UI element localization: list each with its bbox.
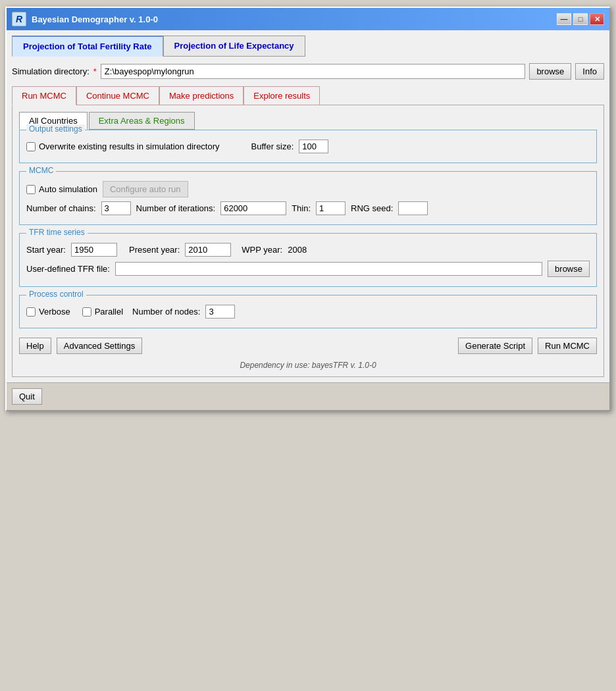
main-window: R Bayesian Demographer v. 1.0-0 — □ ✕ Pr… — [5, 7, 611, 411]
tab-extra-areas[interactable]: Extra Areas & Regions — [89, 112, 195, 130]
start-year-label: Start year: — [26, 245, 66, 255]
tfr-time-series-title: TFR time series — [26, 228, 88, 237]
tab-life-expectancy[interactable]: Projection of Life Expectancy — [163, 36, 305, 57]
process-control-title: Process control — [26, 290, 86, 299]
output-settings-row: Overwrite existing results in simulation… — [26, 140, 590, 153]
overwrite-checkbox[interactable] — [26, 142, 36, 151]
verbose-checkbox[interactable] — [26, 307, 36, 317]
auto-sim-row: Auto simulation Configure auto run — [26, 181, 590, 197]
help-button[interactable]: Help — [19, 338, 51, 354]
user-file-input[interactable] — [115, 262, 542, 276]
num-nodes-label: Number of nodes: — [132, 307, 200, 317]
present-year-input[interactable] — [185, 243, 231, 257]
parallel-checkbox-item: Parallel — [82, 307, 123, 317]
num-iter-label: Number of iterations: — [136, 203, 216, 213]
auto-sim-checkbox[interactable] — [26, 185, 36, 194]
process-control-section: Process control Verbose Parallel Number … — [19, 295, 597, 328]
tab-run-mcmc[interactable]: Run MCMC — [12, 86, 76, 105]
overwrite-label: Overwrite existing results in simulation… — [39, 141, 220, 151]
auto-sim-label: Auto simulation — [39, 184, 97, 194]
quit-button[interactable]: Quit — [12, 388, 42, 405]
rng-seed-input[interactable] — [398, 201, 428, 215]
footer-row: Help Advanced Settings Generate Script R… — [19, 338, 597, 354]
configure-auto-run-button[interactable]: Configure auto run — [103, 181, 188, 197]
wpp-year-value: 2008 — [288, 245, 307, 255]
output-settings-content: Overwrite existing results in simulation… — [26, 140, 590, 153]
run-mcmc-button[interactable]: Run MCMC — [538, 338, 597, 354]
tfr-browse-button[interactable]: browse — [548, 261, 590, 277]
num-chains-input[interactable] — [101, 201, 131, 215]
maximize-button[interactable]: □ — [573, 13, 588, 25]
tfr-time-series-section: TFR time series Start year: Present year… — [19, 233, 597, 287]
sim-dir-input[interactable] — [101, 64, 526, 79]
sub-tab-bar: All Countries Extra Areas & Regions — [19, 112, 597, 130]
output-settings-section: Output settings Overwrite existing resul… — [19, 130, 597, 163]
content-area: Projection of Total Fertility Rate Proje… — [7, 30, 609, 382]
tab-content: All Countries Extra Areas & Regions Outp… — [12, 105, 604, 377]
years-row: Start year: Present year: WPP year: 2008 — [26, 243, 590, 257]
start-year-input[interactable] — [71, 243, 117, 257]
required-star: * — [93, 66, 97, 76]
advanced-settings-button[interactable]: Advanced Settings — [57, 338, 142, 354]
tab-continue-mcmc[interactable]: Continue MCMC — [76, 86, 159, 105]
num-iter-input[interactable] — [220, 201, 286, 215]
tab-explore-results[interactable]: Explore results — [244, 86, 320, 105]
title-bar: R Bayesian Demographer v. 1.0-0 — □ ✕ — [7, 8, 609, 30]
overwrite-checkbox-item: Overwrite existing results in simulation… — [26, 141, 220, 151]
generate-script-button[interactable]: Generate Script — [458, 338, 532, 354]
chains-iter-row: Number of chains: Number of iterations: … — [26, 201, 590, 215]
tab-make-predictions[interactable]: Make predictions — [159, 86, 244, 105]
auto-sim-checkbox-item: Auto simulation — [26, 184, 97, 194]
info-button[interactable]: Info — [575, 63, 604, 80]
process-control-content: Verbose Parallel Number of nodes: — [26, 305, 590, 319]
quit-bar: Quit — [7, 382, 609, 410]
parallel-checkbox[interactable] — [82, 307, 91, 317]
verbose-label: Verbose — [39, 307, 70, 317]
browse-button[interactable]: browse — [529, 63, 571, 80]
footer-right: Generate Script Run MCMC — [458, 338, 597, 354]
minimize-button[interactable]: — — [557, 13, 571, 25]
rng-seed-label: RNG seed: — [351, 203, 393, 213]
close-button[interactable]: ✕ — [590, 13, 604, 25]
run-tab-bar: Run MCMC Continue MCMC Make predictions … — [12, 86, 604, 105]
wpp-year-label: WPP year: — [242, 245, 282, 255]
r-logo: R — [12, 12, 26, 26]
title-bar-buttons: — □ ✕ — [557, 13, 604, 25]
footer-left: Help Advanced Settings — [19, 338, 142, 354]
parallel-label: Parallel — [95, 307, 123, 317]
title-bar-left: R Bayesian Demographer v. 1.0-0 — [12, 12, 158, 26]
window-title: Bayesian Demographer v. 1.0-0 — [32, 14, 158, 24]
mcmc-section: MCMC Auto simulation Configure auto run … — [19, 171, 597, 225]
dependency-text: Dependency in use: bayesTFR v. 1.0-0 — [19, 361, 597, 370]
tab-tfr[interactable]: Projection of Total Fertility Rate — [12, 36, 163, 57]
verbose-checkbox-item: Verbose — [26, 307, 70, 317]
main-tab-bar: Projection of Total Fertility Rate Proje… — [12, 36, 604, 57]
process-row: Verbose Parallel Number of nodes: — [26, 305, 590, 319]
user-file-row: User-defined TFR file: browse — [26, 261, 590, 277]
tfr-time-series-content: Start year: Present year: WPP year: 2008… — [26, 243, 590, 277]
sim-dir-label: Simulation directory: — [12, 66, 90, 76]
user-file-label: User-defined TFR file: — [26, 264, 110, 274]
mcmc-title: MCMC — [26, 166, 56, 175]
buffer-size-input[interactable] — [299, 140, 328, 153]
num-nodes-input[interactable] — [205, 305, 235, 319]
output-settings-title: Output settings — [26, 124, 85, 134]
thin-label: Thin: — [292, 203, 311, 213]
buffer-size-label: Buffer size: — [251, 141, 294, 151]
sim-dir-row: Simulation directory: * browse Info — [12, 63, 604, 80]
present-year-label: Present year: — [129, 245, 180, 255]
thin-input[interactable] — [316, 201, 346, 215]
mcmc-content: Auto simulation Configure auto run Numbe… — [26, 181, 590, 215]
num-chains-label: Number of chains: — [26, 203, 96, 213]
